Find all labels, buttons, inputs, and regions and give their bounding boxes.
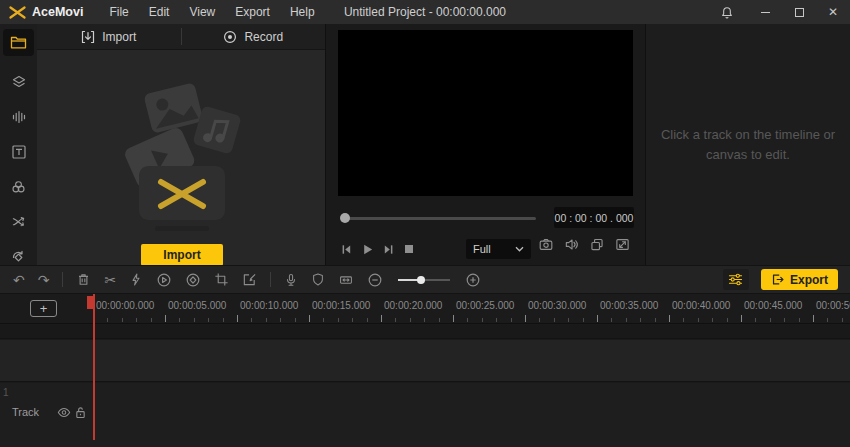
ruler-minor-tick <box>511 318 512 322</box>
fullscreen-expand-icon[interactable] <box>614 237 631 252</box>
ruler-label: 00:00:00.000 <box>96 300 154 311</box>
close-button[interactable]: ✕ <box>816 0 850 24</box>
window-controls: ✕ <box>720 0 850 24</box>
filters-circles-icon <box>10 179 27 195</box>
sidebar <box>0 24 37 265</box>
play-speed-circle-button[interactable] <box>156 272 172 288</box>
duplicate-preview-icon[interactable] <box>589 237 605 252</box>
preview-scale-select[interactable]: Full <box>466 239 531 259</box>
snapshot-camera-icon[interactable] <box>538 237 554 252</box>
ruler-minor-tick <box>827 318 828 322</box>
zoom-in-button[interactable] <box>465 272 481 288</box>
ruler-minor-tick <box>784 318 785 322</box>
ruler-major-tick <box>453 315 454 322</box>
next-frame-button[interactable] <box>382 243 395 256</box>
sidebar-item-filters[interactable] <box>3 169 34 204</box>
redo-button[interactable]: ↷ <box>38 273 50 287</box>
seek-slider-handle[interactable] <box>340 213 350 223</box>
zoom-slider-handle[interactable] <box>417 276 425 284</box>
track-name-label: Track <box>12 406 39 418</box>
adjust-settings-button[interactable] <box>723 269 749 290</box>
tab-record[interactable]: Record <box>182 24 326 49</box>
sidebar-item-media[interactable] <box>3 29 34 56</box>
ruler-label: 00:00:35.000 <box>600 300 658 311</box>
split-scissors-button[interactable]: ✂ <box>104 273 116 287</box>
layers-icon <box>10 74 28 90</box>
track-lock-icon[interactable] <box>75 406 86 419</box>
timeline-zoom-slider[interactable] <box>398 275 450 285</box>
import-media-illustration <box>121 74 243 234</box>
track-visibility-eye-icon[interactable] <box>57 407 71 418</box>
tab-import-label: Import <box>102 30 136 44</box>
undo-button[interactable]: ↶ <box>13 273 25 287</box>
ruler-minor-tick <box>611 318 612 322</box>
window-title: Untitled Project - 00:00:00.000 <box>344 5 506 19</box>
ruler-label: 00:00:25.000 <box>456 300 514 311</box>
toolbar-divider <box>270 272 271 287</box>
ruler-minor-tick <box>583 318 584 322</box>
play-button[interactable] <box>361 243 374 256</box>
notifications-bell-icon[interactable] <box>720 5 734 20</box>
playhead-handle[interactable] <box>87 296 94 309</box>
export-icon <box>771 273 785 286</box>
ruler-minor-tick <box>367 318 368 322</box>
timeline-track-header-row[interactable]: 1 Track <box>0 383 850 447</box>
voiceover-mic-button[interactable] <box>284 272 298 288</box>
timeline-ruler[interactable]: + 00:00:00.00000:00:05.00000:00:10.00000… <box>0 294 850 324</box>
import-button[interactable]: Import <box>141 244 223 266</box>
add-track-button[interactable]: + <box>30 300 57 317</box>
ruler-major-tick <box>669 315 670 322</box>
ruler-major-tick <box>741 315 742 322</box>
sidebar-item-transitions[interactable] <box>3 204 34 239</box>
menu-help[interactable]: Help <box>280 5 325 19</box>
ruler-label: 00:00:45.000 <box>744 300 802 311</box>
playhead-line[interactable] <box>93 294 95 440</box>
zoom-out-button[interactable] <box>367 272 383 288</box>
titlebar: AceMovi File Edit View Export Help Untit… <box>0 0 850 24</box>
ruler-minor-tick <box>568 318 569 322</box>
media-tabbar: Import Record <box>37 24 325 50</box>
export-button[interactable]: Export <box>761 269 838 290</box>
minimize-button[interactable] <box>748 0 782 24</box>
seek-slider-track[interactable] <box>343 217 536 220</box>
keyframe-button[interactable] <box>185 272 201 288</box>
sidebar-item-audio[interactable] <box>3 99 34 134</box>
ruler-minor-tick <box>179 318 180 322</box>
marker-shield-button[interactable] <box>311 272 325 287</box>
timeline-gap-row <box>0 325 850 339</box>
menu-edit[interactable]: Edit <box>139 5 180 19</box>
preview-scale-value: Full <box>473 243 491 255</box>
maximize-button[interactable] <box>782 0 816 24</box>
sidebar-item-behaviors[interactable] <box>3 239 34 265</box>
import-tab-icon <box>81 30 95 44</box>
ruler-minor-tick <box>352 318 353 322</box>
tab-import[interactable]: Import <box>37 24 181 49</box>
previous-frame-button[interactable] <box>340 243 353 256</box>
sidebar-item-text[interactable] <box>3 134 34 169</box>
edit-button[interactable] <box>242 272 257 287</box>
ruler-minor-tick <box>223 318 224 322</box>
timeline-track-lane[interactable] <box>0 340 850 382</box>
ruler-label: 00:00:15.000 <box>312 300 370 311</box>
toolbar-divider <box>62 272 63 287</box>
delete-button[interactable] <box>76 272 91 287</box>
speed-bolt-button[interactable] <box>129 272 143 287</box>
ruler-minor-tick <box>395 318 396 322</box>
text-icon <box>11 144 27 160</box>
ruler-minor-tick <box>151 318 152 322</box>
playback-time-display: 00 : 00 : 00 . 000 <box>554 207 634 228</box>
volume-speaker-icon[interactable] <box>563 237 580 252</box>
stop-button[interactable] <box>403 243 415 255</box>
sidebar-item-elements[interactable] <box>3 64 34 99</box>
ruler-minor-tick <box>208 318 209 322</box>
fit-timeline-button[interactable] <box>338 273 354 287</box>
menu-export[interactable]: Export <box>225 5 280 19</box>
ruler-major-tick <box>813 315 814 322</box>
crop-button[interactable] <box>214 272 229 287</box>
ruler-minor-tick <box>122 318 123 322</box>
ruler-major-tick <box>309 315 310 322</box>
menu-view[interactable]: View <box>179 5 225 19</box>
track-number: 1 <box>3 387 9 398</box>
menu-file[interactable]: File <box>99 5 138 19</box>
video-canvas[interactable] <box>338 30 633 196</box>
